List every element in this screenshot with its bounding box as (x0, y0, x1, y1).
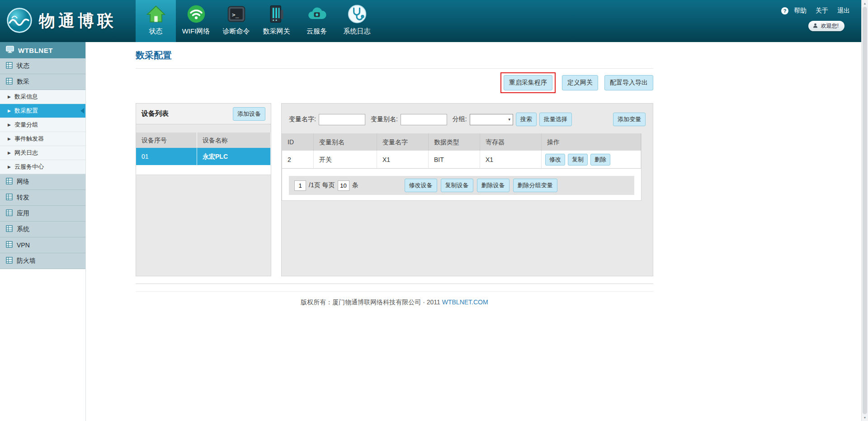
search-button[interactable]: 搜索 (516, 113, 537, 126)
batch-select-button[interactable]: 批量选择 (539, 113, 572, 126)
sidebar-item-network[interactable]: 网络 (0, 174, 85, 190)
sidebar-item-label: 网络 (17, 178, 29, 186)
tab-status[interactable]: 状态 (136, 0, 176, 42)
page-toolbar: 重启采集程序 定义网关 配置导入导出 (136, 73, 653, 92)
scrollbar-thumb[interactable] (863, 7, 867, 414)
tab-label: 系统日志 (344, 27, 371, 36)
variable-alias-cell: 开关 (314, 151, 377, 169)
welcome-badge[interactable]: 欢迎您! (808, 21, 844, 31)
sidebar-item-label: 数采配置 (14, 107, 38, 115)
device-table-empty-row (136, 165, 271, 175)
footer-divider-2 (136, 291, 653, 292)
variables-panel: 变量名字: 变量别名: 分组: ▼ 搜索 批量选择 添加变量 (281, 103, 653, 276)
tab-data-gateway[interactable]: 数采网关 (256, 0, 297, 42)
modify-device-button[interactable]: 修改设备 (405, 179, 437, 192)
sidebar-item-data-acq-config[interactable]: ▶ 数采配置 (0, 104, 85, 118)
sidebar-item-system[interactable]: 系统 (0, 222, 85, 237)
config-import-export-button[interactable]: 配置导入导出 (604, 75, 653, 90)
sidebar-item-firewall[interactable]: 防火墙 (0, 253, 85, 269)
grid-icon (6, 241, 13, 249)
delete-variable-button[interactable]: 删除 (590, 154, 610, 166)
tab-label: 云服务 (307, 27, 327, 36)
triangle-icon: ▶ (8, 151, 11, 155)
sidebar-item-event-trigger[interactable]: ▶ 事件触发器 (0, 132, 85, 146)
variable-alias-input[interactable] (401, 114, 447, 125)
pager-buttons: 修改设备 复制设备 删除设备 删除分组变量 (405, 179, 557, 192)
device-name-cell: 永宏PLC (197, 148, 271, 165)
group-select[interactable]: ▼ (470, 114, 513, 125)
sidebar-item-data-acq-info[interactable]: ▶ 数采信息 (0, 90, 85, 104)
variable-alias-label: 变量别名: (371, 115, 398, 123)
modify-variable-button[interactable]: 修改 (545, 154, 565, 166)
logout-link[interactable]: 退出 (837, 7, 850, 15)
variables-table-header: ID 变量别名 变量名字 数据类型 寄存器 操作 (282, 133, 641, 151)
pagination-bar: /1页 每页 条 修改设备 复制设备 删除设备 删除分组变量 (289, 176, 634, 195)
delete-group-vars-button[interactable]: 删除分组变量 (513, 179, 557, 192)
page-size-input[interactable] (338, 180, 349, 191)
grid-icon (6, 62, 13, 70)
wifi-icon (185, 3, 207, 25)
variable-name-input[interactable] (319, 114, 365, 125)
copy-variable-button[interactable]: 复制 (568, 154, 588, 166)
sidebar-item-vpn[interactable]: VPN (0, 237, 85, 253)
delete-device-button[interactable]: 删除设备 (477, 179, 509, 192)
define-gateway-button[interactable]: 定义网关 (562, 75, 598, 90)
copyright-text: 版权所有：厦门物通博联网络科技有限公司 · 2011 (301, 298, 440, 306)
sidebar-item-label: VPN (17, 241, 30, 249)
triangle-icon: ▶ (8, 95, 11, 99)
variables-table: ID 变量别名 变量名字 数据类型 寄存器 操作 2 开关 X1 BIT (282, 133, 642, 201)
welcome-text: 欢迎您! (821, 22, 839, 30)
sidebar-item-variable-group[interactable]: ▶ 变量分组 (0, 118, 85, 132)
triangle-icon: ▶ (8, 109, 11, 113)
add-variable-button[interactable]: 添加变量 (613, 113, 646, 126)
tab-system-log[interactable]: 系统日志 (337, 0, 377, 42)
tab-wifi-network[interactable]: WIFI网络 (176, 0, 216, 42)
top-header: 物通博联 状态 WIFI网络 >_ 诊断命令 数采网关 (0, 0, 868, 42)
grid-icon (6, 209, 13, 218)
vertical-scrollbar[interactable]: ▲ ▼ (861, 0, 868, 421)
tab-label: 状态 (149, 27, 163, 36)
tab-label: WIFI网络 (182, 27, 210, 36)
variable-name-label: 变量名字: (289, 115, 316, 123)
sidebar-item-label: 系统 (17, 225, 29, 233)
sidebar-item-data-acquisition[interactable]: 数采 (0, 74, 85, 90)
sidebar-item-status[interactable]: 状态 (0, 58, 85, 74)
unit-text: 条 (352, 181, 359, 189)
add-device-button[interactable]: 添加设备 (233, 107, 265, 121)
wtblnet-link[interactable]: WTBLNET.COM (442, 298, 488, 306)
variable-name-cell: X1 (377, 151, 429, 169)
tab-cloud-service[interactable]: 云服务 (297, 0, 337, 42)
sidebar-item-forwarding[interactable]: 转发 (0, 190, 85, 206)
restart-collector-button[interactable]: 重启采集程序 (504, 75, 552, 90)
main-content: 数采配置 重启采集程序 定义网关 配置导入导出 设备列表 添加设备 (86, 42, 868, 421)
column-header-name: 变量名字 (377, 133, 429, 151)
sidebar-item-cloud-service-center[interactable]: ▶ 云服务中心 (0, 160, 85, 174)
sidebar-item-label: 网关日志 (14, 149, 38, 157)
variable-actions-cell: 修改 复制 删除 (542, 151, 641, 169)
sidebar-item-label: 应用 (17, 209, 29, 218)
home-icon (145, 3, 167, 25)
user-icon (812, 23, 818, 30)
sidebar-item-gateway-log[interactable]: ▶ 网关日志 (0, 146, 85, 160)
scroll-down-arrow[interactable]: ▼ (862, 414, 868, 421)
column-header-type: 数据类型 (429, 133, 480, 151)
about-link[interactable]: 关于 (816, 7, 828, 15)
brand-logo: 物通博联 (0, 0, 136, 42)
group-label: 分组: (453, 115, 467, 123)
grid-icon (6, 225, 13, 233)
page-number-input[interactable] (294, 180, 306, 191)
highlight-box: 重启采集程序 (500, 72, 556, 93)
variable-type-cell: BIT (429, 151, 480, 169)
tab-diagnostic-command[interactable]: >_ 诊断命令 (216, 0, 256, 42)
svg-text:>_: >_ (231, 11, 239, 18)
sidebar-item-application[interactable]: 应用 (0, 206, 85, 222)
scroll-up-arrow[interactable]: ▲ (862, 0, 868, 7)
terminal-icon: >_ (226, 3, 247, 25)
grid-icon (6, 257, 13, 265)
device-row-selected[interactable]: 01 永宏PLC (136, 148, 271, 165)
copy-device-button[interactable]: 复制设备 (441, 179, 473, 192)
help-link[interactable]: 帮助 (794, 7, 807, 15)
page-count-text: /1页 每页 (309, 181, 335, 189)
logo-globe-icon (6, 7, 33, 35)
sidebar-item-label: 防火墙 (17, 257, 36, 265)
